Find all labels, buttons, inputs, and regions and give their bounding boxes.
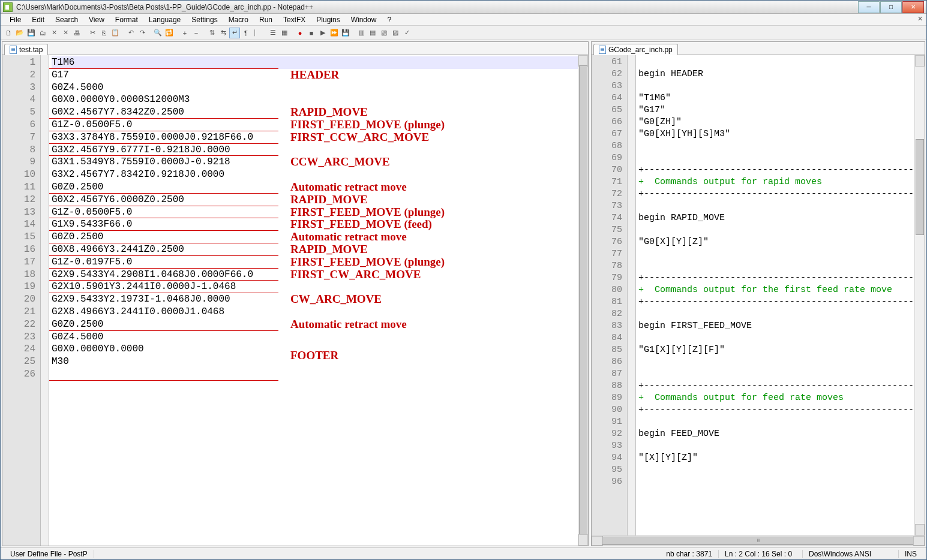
code-line[interactable]: G3X2.4567Y9.6777I-0.9218J0.0000 [52, 144, 578, 156]
code-line[interactable] [638, 56, 914, 68]
close-button[interactable]: ✕ [902, 1, 924, 13]
menu-search[interactable]: Search [50, 14, 83, 25]
left-scrollbar-v[interactable] [578, 55, 588, 546]
plugin3-icon[interactable]: ▧ [379, 28, 389, 38]
plugin4-icon[interactable]: ▨ [390, 28, 401, 38]
menu-[interactable]: ? [382, 14, 397, 25]
menu-run[interactable]: Run [254, 14, 278, 25]
code-line[interactable]: +---------------------------------------… [638, 296, 914, 308]
code-line[interactable]: +---------------------------------------… [638, 164, 914, 176]
plugin2-icon[interactable]: ▤ [367, 28, 378, 38]
code-line[interactable]: begin FEED_MOVE [638, 428, 914, 440]
code-line[interactable] [638, 356, 914, 368]
code-line[interactable]: + Commands output for feed rate moves [638, 392, 914, 404]
code-line[interactable]: G2X8.4966Y3.2441I0.0000J1.0468 [52, 306, 578, 318]
close-file-icon[interactable]: ⨯ [49, 28, 59, 38]
save-icon[interactable]: 💾 [26, 28, 37, 38]
code-line[interactable]: G0Z4.5000 [52, 331, 578, 344]
maximize-button[interactable]: □ [880, 1, 902, 13]
save-all-icon[interactable]: 🗂 [37, 28, 48, 38]
code-line[interactable]: G3X2.4567Y7.8342I0.9218J0.0000 [52, 168, 578, 181]
menu-textfx[interactable]: TextFX [278, 14, 311, 25]
code-line[interactable] [638, 440, 914, 452]
save-macro-icon[interactable]: 💾 [340, 28, 351, 38]
code-line[interactable] [638, 464, 914, 476]
menu-edit[interactable]: Edit [26, 14, 50, 25]
code-line[interactable]: "T1M6" [638, 92, 914, 104]
code-line[interactable] [638, 224, 914, 236]
code-line[interactable] [52, 368, 578, 381]
undo-icon[interactable]: ↶ [125, 28, 136, 38]
tab-gcode-pp[interactable]: GCode_arc_inch.pp [593, 44, 678, 55]
show-all-icon[interactable]: ¶ [241, 28, 251, 38]
paste-icon[interactable]: 📋 [110, 28, 121, 38]
code-line[interactable] [638, 368, 914, 380]
code-line[interactable]: +---------------------------------------… [638, 272, 914, 284]
right-scrollbar-v[interactable] [914, 55, 925, 535]
record-icon[interactable]: ● [295, 28, 305, 38]
left-editor[interactable]: 1234567891011121314151617181920212223242… [2, 55, 588, 546]
menu-plugins[interactable]: Plugins [311, 14, 345, 25]
right-code[interactable]: begin HEADER"T1M6""G17""G0[ZH]""G0[XH][Y… [636, 55, 914, 535]
plugin1-icon[interactable]: ▥ [356, 28, 367, 38]
stop-icon[interactable]: ■ [306, 28, 317, 38]
menu-file[interactable]: File [4, 14, 26, 25]
code-line[interactable]: begin RAPID_MOVE [638, 212, 914, 224]
code-line[interactable] [638, 308, 914, 320]
cut-icon[interactable]: ✂ [87, 28, 98, 38]
menu-settings[interactable]: Settings [186, 14, 223, 25]
code-line[interactable] [638, 260, 914, 272]
spellcheck-icon[interactable]: ✓ [401, 28, 412, 38]
code-line[interactable] [638, 80, 914, 92]
code-line[interactable]: "G0[XH][YH][S]M3" [638, 128, 914, 140]
code-line[interactable] [638, 140, 914, 152]
zoom-out-icon[interactable]: − [191, 28, 202, 38]
menu-format[interactable]: Format [110, 14, 143, 25]
code-line[interactable] [638, 200, 914, 212]
code-line[interactable] [638, 416, 914, 428]
play-icon[interactable]: ▶ [317, 28, 328, 38]
fold-icon[interactable]: ▦ [279, 28, 290, 38]
menu-macro[interactable]: Macro [223, 14, 254, 25]
minimize-button[interactable]: ─ [858, 1, 880, 13]
menu-window[interactable]: Window [346, 14, 382, 25]
code-line[interactable]: "G17" [638, 104, 914, 116]
code-line[interactable]: + Commands output for rapid moves [638, 176, 914, 188]
code-line[interactable]: "G0[ZH]" [638, 116, 914, 128]
doc-close-icon[interactable]: ✕ [917, 15, 923, 23]
code-line[interactable]: G0X0.0000Y0.0000S12000M3 [52, 94, 578, 106]
code-line[interactable] [638, 152, 914, 164]
indent-guide-icon[interactable]: ⎸ [252, 28, 263, 38]
print-icon[interactable]: 🖶 [71, 28, 82, 38]
new-file-icon[interactable]: 🗋 [3, 28, 14, 38]
sync-v-icon[interactable]: ⇅ [206, 28, 217, 38]
code-line[interactable]: "G1[X][Y][Z][F]" [638, 344, 914, 356]
redo-icon[interactable]: ↷ [137, 28, 148, 38]
right-editor[interactable]: 6162636465666768697071727374757677787980… [592, 55, 925, 535]
code-line[interactable]: T1M6 [52, 56, 578, 69]
code-line[interactable]: G0Z4.5000 [52, 82, 578, 94]
code-line[interactable]: "[X][Y][Z]" [638, 452, 914, 464]
code-line[interactable] [638, 332, 914, 344]
code-line[interactable]: G2X10.5901Y3.2441I0.0000J-1.0468 [52, 281, 578, 293]
close-all-icon[interactable]: ⨯ [60, 28, 71, 38]
right-scrollbar-h[interactable]: ⠿ [592, 535, 925, 546]
code-line[interactable]: begin FIRST_FEED_MOVE [638, 320, 914, 332]
find-icon[interactable]: 🔍 [152, 28, 163, 38]
zoom-in-icon[interactable]: + [179, 28, 190, 38]
sync-h-icon[interactable]: ⇆ [218, 28, 229, 38]
code-line[interactable] [638, 248, 914, 260]
copy-icon[interactable]: ⎘ [98, 28, 109, 38]
code-line[interactable]: begin HEADER [638, 68, 914, 80]
code-line[interactable]: +---------------------------------------… [638, 380, 914, 392]
wrap-icon[interactable]: ↵ [229, 28, 240, 38]
tab-test-tap[interactable]: test.tap [4, 44, 48, 55]
menu-view[interactable]: View [83, 14, 110, 25]
code-line[interactable] [638, 476, 914, 488]
code-line[interactable]: +---------------------------------------… [638, 404, 914, 416]
lang-icon[interactable]: ☰ [268, 28, 278, 38]
left-code[interactable]: HEADERRAPID_MOVEFIRST_FEED_MOVE (plunge)… [49, 55, 578, 546]
play-multi-icon[interactable]: ⏩ [329, 28, 340, 38]
open-file-icon[interactable]: 📂 [14, 28, 25, 38]
code-line[interactable]: +---------------------------------------… [638, 188, 914, 200]
